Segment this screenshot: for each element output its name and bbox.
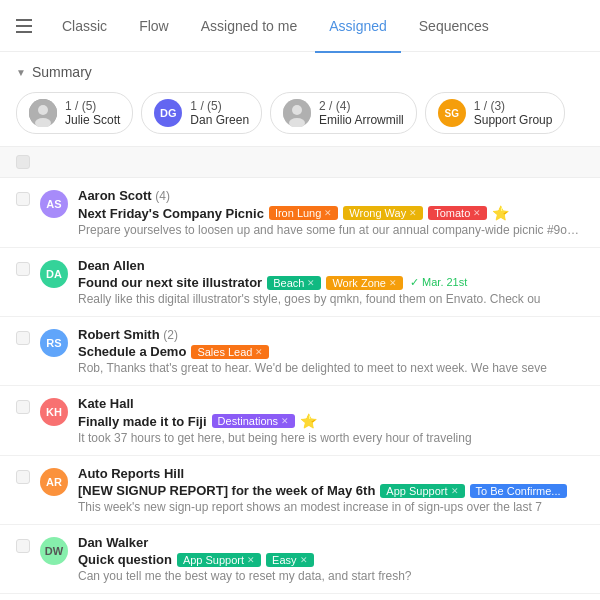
card-info-emilio: 2 / (4) Emilio Arrowmill <box>319 99 404 127</box>
conv-subject-dean: Found our next site illustrator <box>78 275 262 290</box>
conv-body-robert: Robert Smith (2) Schedule a Demo Sales L… <box>78 327 584 375</box>
conv-body-auto-reports: Auto Reports Hill [NEW SIGNUP REPORT] fo… <box>78 466 584 514</box>
conv-preview-kate: It took 37 hours to get here, but being … <box>78 431 584 445</box>
conv-checkbox-auto-reports[interactable] <box>16 470 30 484</box>
conversation-list: AS Aaron Scott (4) Next Friday's Company… <box>0 147 600 600</box>
conv-body-aaron: Aaron Scott (4) Next Friday's Company Pi… <box>78 188 584 237</box>
tab-flow[interactable]: Flow <box>125 10 183 42</box>
conv-preview-aaron: Prepare yourselves to loosen up and have… <box>78 223 584 237</box>
tag-to-be-confirmed[interactable]: To Be Confirme... <box>470 484 567 498</box>
card-info-support-group: 1 / (3) Support Group <box>474 99 553 127</box>
tab-assigned-to-me[interactable]: Assigned to me <box>187 10 312 42</box>
top-nav: Classic Flow Assigned to me Assigned Seq… <box>0 0 600 52</box>
conversation-item-dean[interactable]: DA Dean Allen Found our next site illust… <box>0 248 600 317</box>
svg-point-4 <box>292 105 302 115</box>
avatar-support-group: SG <box>438 99 466 127</box>
avatar-dean: DA <box>40 260 68 288</box>
tag-beach[interactable]: Beach ✕ <box>267 276 321 290</box>
summary-card-julie[interactable]: 1 / (5) Julie Scott <box>16 92 133 134</box>
summary-header: ▼ Summary <box>16 64 584 80</box>
avatar-kate: KH <box>40 398 68 426</box>
conv-preview-dan-walker: Can you tell me the best way to reset my… <box>78 569 584 583</box>
conv-subject-kate: Finally made it to Fiji <box>78 414 207 429</box>
conv-subject-line-dan-walker: Quick question App Support ✕ Easy ✕ <box>78 552 584 567</box>
card-info-julie: 1 / (5) Julie Scott <box>65 99 120 127</box>
conv-checkbox-dean[interactable] <box>16 262 30 276</box>
conv-subject-line-kate: Finally made it to Fiji Destinations ✕ ⭐ <box>78 413 584 429</box>
card-count-support-group: 1 / (3) <box>474 99 553 113</box>
tag-work-zone[interactable]: Work Zone ✕ <box>326 276 403 290</box>
conv-subject-dan-walker: Quick question <box>78 552 172 567</box>
card-info-dan-green: 1 / (5) Dan Green <box>190 99 249 127</box>
conv-count-robert: (2) <box>163 328 178 342</box>
avatar-emilio <box>283 99 311 127</box>
avatar-aaron: AS <box>40 190 68 218</box>
conv-subject-line-robert: Schedule a Demo Sales Lead ✕ <box>78 344 584 359</box>
summary-section: ▼ Summary 1 / (5) Julie Scott DG <box>0 52 600 147</box>
conv-checkbox-robert[interactable] <box>16 331 30 345</box>
conv-sender-robert: Robert Smith (2) <box>78 327 584 342</box>
tab-sequences[interactable]: Sequences <box>405 10 503 42</box>
tab-assigned[interactable]: Assigned <box>315 10 401 42</box>
conv-sender-auto-reports: Auto Reports Hill <box>78 466 584 481</box>
tag-iron-lung[interactable]: Iron Lung ✕ <box>269 206 338 220</box>
conversation-item-auto-reports[interactable]: AR Auto Reports Hill [NEW SIGNUP REPORT]… <box>0 456 600 525</box>
conversation-item-robert[interactable]: RS Robert Smith (2) Schedule a Demo Sale… <box>0 317 600 386</box>
conv-sender-aaron: Aaron Scott (4) <box>78 188 584 203</box>
summary-card-dan-green[interactable]: DG 1 / (5) Dan Green <box>141 92 262 134</box>
card-count-dan-green: 1 / (5) <box>190 99 249 113</box>
hamburger-icon[interactable] <box>16 16 36 36</box>
tag-app-support-1[interactable]: App Support ✕ <box>380 484 464 498</box>
star-emoji: ⭐ <box>492 205 509 221</box>
tag-app-support-2[interactable]: App Support ✕ <box>177 553 261 567</box>
tag-tomato[interactable]: Tomato ✕ <box>428 206 487 220</box>
card-name-julie: Julie Scott <box>65 113 120 127</box>
card-name-emilio: Emilio Arrowmill <box>319 113 404 127</box>
conv-subject-line-auto-reports: [NEW SIGNUP REPORT] for the week of May … <box>78 483 584 498</box>
conversation-item-dan-walker[interactable]: DW Dan Walker Quick question App Support… <box>0 525 600 594</box>
section-header-row <box>0 147 600 178</box>
avatar-dan-walker: DW <box>40 537 68 565</box>
conv-preview-auto-reports: This week's new sign-up report shows an … <box>78 500 584 514</box>
conv-body-dan-walker: Dan Walker Quick question App Support ✕ … <box>78 535 584 583</box>
conv-subject-line-dean: Found our next site illustrator Beach ✕ … <box>78 275 584 290</box>
card-count-emilio: 2 / (4) <box>319 99 404 113</box>
section-checkbox[interactable] <box>16 155 30 169</box>
svg-point-1 <box>38 105 48 115</box>
chevron-down-icon: ▼ <box>16 67 26 78</box>
conversation-item-aaron[interactable]: AS Aaron Scott (4) Next Friday's Company… <box>0 178 600 248</box>
avatar-robert: RS <box>40 329 68 357</box>
avatar-julie <box>29 99 57 127</box>
summary-title: Summary <box>32 64 92 80</box>
conv-subject-line-aaron: Next Friday's Company Picnic Iron Lung ✕… <box>78 205 584 221</box>
conversation-item-kate[interactable]: KH Kate Hall Finally made it to Fiji Des… <box>0 386 600 456</box>
summary-card-support-group[interactable]: SG 1 / (3) Support Group <box>425 92 566 134</box>
avatar-auto-reports: AR <box>40 468 68 496</box>
conv-sender-dean: Dean Allen <box>78 258 584 273</box>
summary-card-emilio[interactable]: 2 / (4) Emilio Arrowmill <box>270 92 417 134</box>
star-emoji-kate: ⭐ <box>300 413 317 429</box>
tag-easy[interactable]: Easy ✕ <box>266 553 313 567</box>
summary-cards: 1 / (5) Julie Scott DG 1 / (5) Dan Green <box>16 92 584 134</box>
tag-sales-lead[interactable]: Sales Lead ✕ <box>191 345 269 359</box>
conv-subject-auto-reports: [NEW SIGNUP REPORT] for the week of May … <box>78 483 375 498</box>
conv-preview-robert: Rob, Thanks that's great to hear. We'd b… <box>78 361 584 375</box>
conv-date-dean: ✓ Mar. 21st <box>410 276 467 289</box>
avatar-dan-green: DG <box>154 99 182 127</box>
tag-wrong-way[interactable]: Wrong Way ✕ <box>343 206 423 220</box>
card-name-support-group: Support Group <box>474 113 553 127</box>
conv-preview-dean: Really like this digital illustrator's s… <box>78 292 584 306</box>
conv-sender-kate: Kate Hall <box>78 396 584 411</box>
card-count-julie: 1 / (5) <box>65 99 120 113</box>
conv-subject-robert: Schedule a Demo <box>78 344 186 359</box>
conv-checkbox-dan-walker[interactable] <box>16 539 30 553</box>
conv-checkbox-aaron[interactable] <box>16 192 30 206</box>
conv-checkbox-kate[interactable] <box>16 400 30 414</box>
card-name-dan-green: Dan Green <box>190 113 249 127</box>
conv-sender-dan-walker: Dan Walker <box>78 535 584 550</box>
tab-classic[interactable]: Classic <box>48 10 121 42</box>
conv-subject-aaron: Next Friday's Company Picnic <box>78 206 264 221</box>
conv-body-dean: Dean Allen Found our next site illustrat… <box>78 258 584 306</box>
conv-count-aaron: (4) <box>155 189 170 203</box>
tag-destinations[interactable]: Destinations ✕ <box>212 414 296 428</box>
